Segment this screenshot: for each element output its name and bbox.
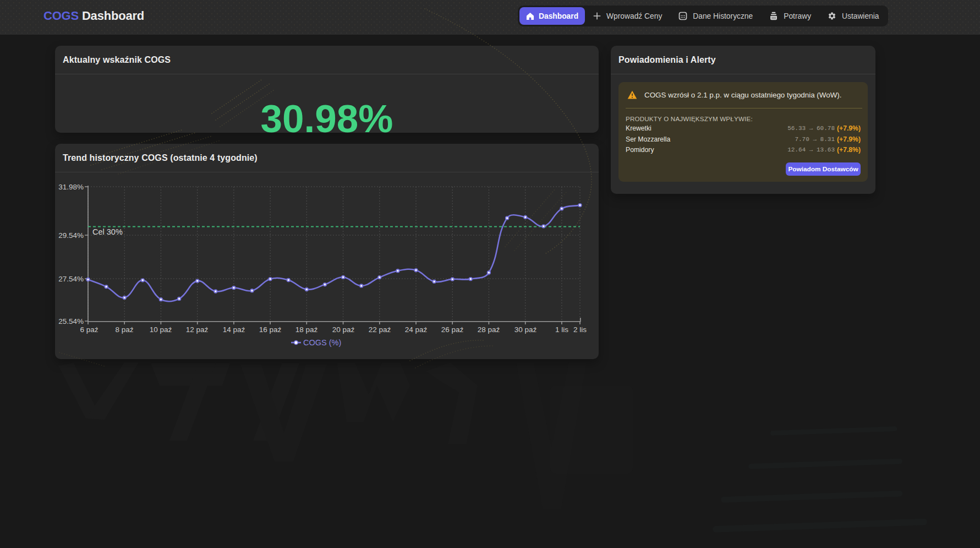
- svg-text:30 paź: 30 paź: [514, 325, 537, 334]
- svg-text:24 paź: 24 paź: [405, 325, 428, 334]
- svg-text:18 paź: 18 paź: [295, 325, 318, 334]
- svg-text:Cel 30%: Cel 30%: [92, 227, 123, 236]
- svg-text:27.54%: 27.54%: [58, 275, 84, 283]
- svg-text:22 paź: 22 paź: [369, 325, 391, 334]
- svg-text:8 paź: 8 paź: [115, 325, 133, 334]
- svg-text:25.54%: 25.54%: [58, 317, 84, 325]
- svg-text:28 paź: 28 paź: [478, 325, 500, 334]
- svg-text:26 paź: 26 paź: [441, 325, 464, 334]
- svg-text:2 lis: 2 lis: [573, 325, 587, 334]
- svg-text:COGS (%): COGS (%): [303, 338, 341, 347]
- svg-text:1 lis: 1 lis: [555, 325, 568, 334]
- svg-text:12 paź: 12 paź: [186, 325, 209, 334]
- svg-text:6 paź: 6 paź: [80, 325, 98, 334]
- svg-text:29.54%: 29.54%: [58, 231, 84, 240]
- svg-text:31.98%: 31.98%: [58, 183, 84, 191]
- svg-text:14 paź: 14 paź: [223, 325, 245, 334]
- svg-text:10 paź: 10 paź: [150, 325, 172, 334]
- svg-text:20 paź: 20 paź: [332, 325, 355, 334]
- svg-text:16 paź: 16 paź: [259, 325, 282, 334]
